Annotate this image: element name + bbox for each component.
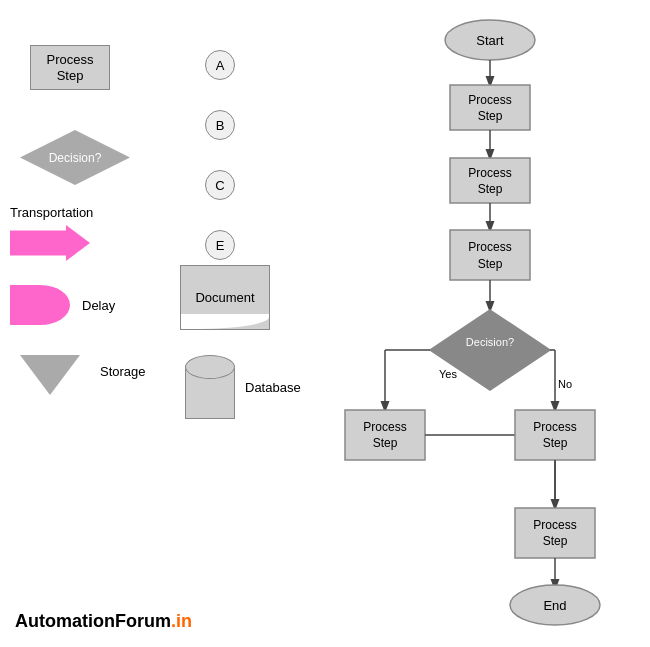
storage-label: Storage (100, 364, 146, 379)
svg-text:Process: Process (468, 166, 511, 180)
svg-text:Step: Step (543, 436, 568, 450)
process-step-shape: Process Step (30, 45, 110, 90)
legend-database: Database (185, 355, 301, 420)
svg-rect-2 (450, 85, 530, 130)
brand: AutomationForum.in (15, 611, 192, 632)
connector-a-label: A (216, 58, 225, 73)
transport-label-text: Transportation (10, 205, 93, 220)
svg-text:Yes: Yes (439, 368, 457, 380)
svg-text:Process: Process (468, 93, 511, 107)
connector-b: B (205, 110, 235, 140)
svg-text:Step: Step (478, 257, 503, 271)
connector-b-label: B (216, 118, 225, 133)
svg-rect-27 (515, 410, 595, 460)
svg-text:Step: Step (373, 436, 398, 450)
decision-label: Decision? (49, 151, 102, 165)
legend-process-box: Process Step (30, 45, 110, 90)
svg-text:Process: Process (363, 420, 406, 434)
svg-text:Step: Step (478, 109, 503, 123)
connector-c: C (205, 170, 235, 200)
svg-text:Process: Process (468, 240, 511, 254)
svg-text:Decision?: Decision? (466, 336, 514, 348)
legend-transport-arrow (10, 225, 90, 261)
connector-e-label: E (216, 238, 225, 253)
svg-text:Step: Step (543, 534, 568, 548)
legend-delay: Delay (10, 285, 115, 325)
legend-storage: Storage (20, 355, 146, 395)
start-label: Start (476, 33, 504, 48)
end-label: End (543, 598, 566, 613)
process-step-label: Process Step (47, 52, 94, 83)
connector-e: E (205, 230, 235, 260)
svg-text:Process: Process (533, 518, 576, 532)
svg-text:No: No (558, 378, 572, 390)
document-label: Document (195, 290, 254, 305)
legend-decision: Decision? (20, 130, 130, 185)
svg-rect-6 (450, 158, 530, 203)
svg-text:Step: Step (478, 182, 503, 196)
svg-rect-20 (345, 410, 425, 460)
legend-transport-label: Transportation (10, 205, 93, 220)
brand-orange-text: .in (171, 611, 192, 631)
svg-text:Process: Process (533, 420, 576, 434)
brand-black-text: AutomationForum (15, 611, 171, 631)
connector-c-label: C (215, 178, 224, 193)
connector-a: A (205, 50, 235, 80)
svg-rect-31 (515, 508, 595, 558)
flowchart-svg: Start Process Step Process Step Process … (340, 10, 640, 630)
svg-rect-10 (450, 230, 530, 280)
delay-label: Delay (82, 298, 115, 313)
database-label: Database (245, 380, 301, 395)
legend-document: Document (180, 265, 270, 330)
